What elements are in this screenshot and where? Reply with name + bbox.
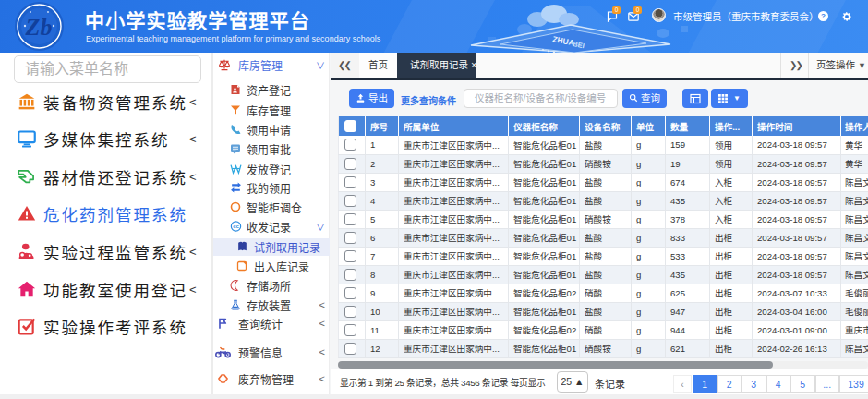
svg-text:Zb: Zb <box>25 14 53 41</box>
svg-text:?: ? <box>821 12 826 20</box>
svg-text:cc: cc <box>233 224 239 229</box>
